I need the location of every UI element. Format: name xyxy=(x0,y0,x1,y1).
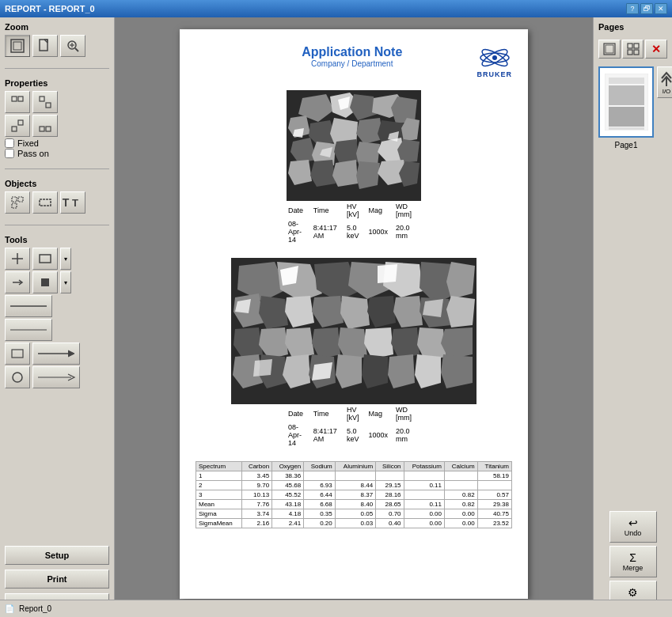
table-cell: 23.52 xyxy=(477,519,511,528)
tool-dropdown-1[interactable]: ▾ xyxy=(60,248,71,270)
tool-arrow-button[interactable] xyxy=(5,271,30,293)
data-table: SpectrumCarbonOxygenSodiumAluminiumSilic… xyxy=(196,461,512,528)
obj-rect-button[interactable] xyxy=(32,191,58,214)
prop-btn-2[interactable] xyxy=(32,91,58,113)
tool-frame-button[interactable] xyxy=(5,343,30,365)
page-label: Page1 xyxy=(598,141,654,150)
table-cell xyxy=(444,481,477,490)
svg-rect-109 xyxy=(628,50,632,55)
svg-rect-18 xyxy=(12,203,17,208)
separator-1 xyxy=(5,68,109,69)
table-cell: 3.45 xyxy=(241,471,272,481)
zoom-buttons xyxy=(5,35,109,57)
table-cell: 0.57 xyxy=(477,490,511,500)
tool-arrow2-button[interactable] xyxy=(32,343,80,365)
tool-arrow3-button[interactable] xyxy=(32,366,80,388)
zoom-fit-button[interactable] xyxy=(5,35,30,57)
obj-select-button[interactable] xyxy=(5,191,30,214)
obj-text-button[interactable]: T T xyxy=(60,191,85,214)
right-panel: Pages ✕ Pag xyxy=(593,17,672,617)
tool-move-button[interactable] xyxy=(5,248,30,270)
tool-circle-button[interactable] xyxy=(5,366,30,388)
table-cell: 0.03 xyxy=(335,519,375,528)
svg-rect-8 xyxy=(12,97,17,101)
svg-rect-9 xyxy=(18,97,23,101)
table-cell: 0.00 xyxy=(404,519,444,528)
undo-button[interactable]: ↩ Undo xyxy=(609,511,657,543)
print-button[interactable]: Print xyxy=(5,570,109,589)
objects-label: Objects xyxy=(5,179,109,188)
svg-marker-96 xyxy=(388,354,415,388)
meta-hv-label: HV[kV] xyxy=(347,203,367,218)
table-cell: 28.65 xyxy=(376,500,404,509)
document-area: Application Note Company / Department BR… xyxy=(115,17,593,617)
svg-rect-12 xyxy=(12,127,17,131)
merge-button[interactable]: Σ Merge xyxy=(609,546,657,577)
title-bar-controls: ? 🗗 ✕ xyxy=(626,3,667,14)
merge-label: Merge xyxy=(623,564,644,572)
table-header-cell: Silicon xyxy=(376,462,404,471)
pages-fit-button[interactable] xyxy=(598,40,621,59)
doc-subtitle: Company / Department xyxy=(227,59,476,68)
table-cell: 38.36 xyxy=(272,471,304,481)
table-cell: 4.18 xyxy=(272,509,304,519)
table-cell: 8.40 xyxy=(335,500,375,509)
svg-rect-113 xyxy=(609,85,644,105)
fixed-checkbox[interactable] xyxy=(5,138,14,148)
close-button[interactable]: ✕ xyxy=(655,3,667,14)
image1-meta-table: Date Time HV[kV] Mag WD[mm] 08-Apr-14 8:… xyxy=(287,201,421,245)
meta-wd-label: WD[mm] xyxy=(396,203,420,218)
doc-title-block: Application Note Company / Department xyxy=(227,45,476,68)
svg-marker-57 xyxy=(356,161,380,189)
meta2-mag-val: 1000x xyxy=(368,423,394,447)
document-page: Application Note Company / Department BR… xyxy=(180,29,528,599)
table-row: SigmaMean2.162.410.200.030.400.000.0023.… xyxy=(196,519,512,528)
table-cell: 2.16 xyxy=(241,519,272,528)
tool-line-button[interactable] xyxy=(5,319,52,341)
meta2-time-val: 8:41:17 AM xyxy=(313,423,345,447)
page-thumbnail[interactable] xyxy=(598,66,654,138)
zoom-section: Zoom xyxy=(5,22,109,59)
table-cell xyxy=(376,471,404,481)
restore-button[interactable]: 🗗 xyxy=(640,3,653,14)
meta2-hv-val: 5.0 keV xyxy=(347,423,367,447)
prop-btn-3[interactable] xyxy=(5,115,30,137)
table-cell: 6.68 xyxy=(304,500,336,509)
prop-btn-4[interactable] xyxy=(32,115,58,137)
pass-on-checkbox[interactable] xyxy=(5,149,14,158)
page-preview-icon xyxy=(605,74,648,131)
pages-delete-button[interactable]: ✕ xyxy=(645,40,667,59)
table-cell: 0.35 xyxy=(304,509,336,519)
tools-row2: ▾ xyxy=(5,271,109,293)
objects-section: Objects T T xyxy=(5,179,109,215)
pass-on-label: Pass on xyxy=(17,149,49,158)
tool-dropdown-2[interactable]: ▾ xyxy=(60,271,71,293)
tool-rect-button[interactable] xyxy=(32,248,58,270)
pages-grid-button[interactable] xyxy=(622,40,644,59)
table-cell: 8.44 xyxy=(335,481,375,490)
zoom-in-button[interactable] xyxy=(60,35,85,57)
prop-btn-1[interactable] xyxy=(5,91,30,113)
svg-rect-11 xyxy=(46,103,51,108)
tool-fill-button[interactable] xyxy=(32,271,58,293)
page-thumbnail-wrapper: Page1 xyxy=(598,66,654,150)
table-cell: 9.70 xyxy=(241,481,272,490)
setup-button[interactable]: Setup xyxy=(5,546,109,565)
table-cell: 0.11 xyxy=(404,481,444,490)
table-row: 310.1345.526.448.3728.160.820.57 xyxy=(196,490,512,500)
table-cell: 0.00 xyxy=(444,519,477,528)
left-panel: Zoom Properties xyxy=(0,17,115,617)
pages-content: Page1 I/O xyxy=(598,66,667,150)
options-icon: ⚙ xyxy=(628,586,638,599)
microscope-image-1 xyxy=(287,90,421,201)
bruker-logo: BRUKER xyxy=(476,45,512,78)
help-button[interactable]: ? xyxy=(626,3,639,14)
tools-row4 xyxy=(5,319,109,341)
meta2-hv-label: HV[kV] xyxy=(347,406,367,422)
io-button[interactable]: I/O xyxy=(657,66,672,98)
zoom-page-button[interactable] xyxy=(32,35,58,57)
table-cell: 29.38 xyxy=(477,500,511,509)
tool-hline-button[interactable] xyxy=(5,295,52,317)
svg-rect-110 xyxy=(634,50,639,55)
table-cell: 2.41 xyxy=(272,519,304,528)
